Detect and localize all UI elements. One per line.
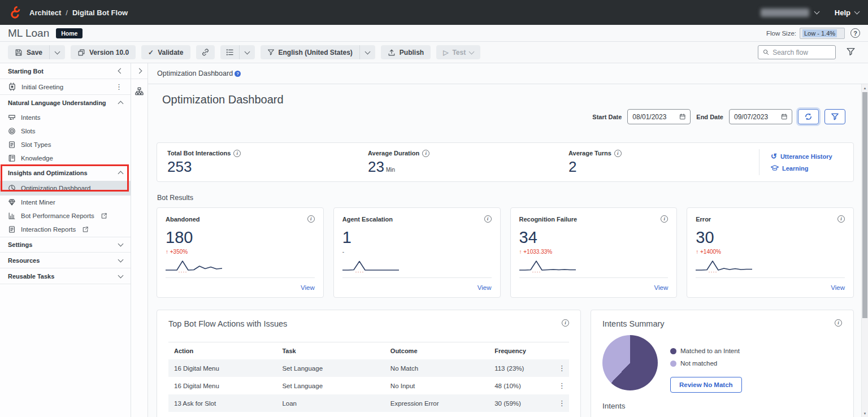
sidebar-section-reusable-tasks[interactable]: Reusable Tasks [0,268,131,284]
tab-help-icon[interactable]: ? [235,71,241,77]
info-icon[interactable]: i [614,150,622,157]
scroll-up-arrow-icon[interactable]: ▲ [862,84,868,92]
report-doc-icon [8,225,16,233]
search-flow-input[interactable] [772,49,831,57]
info-icon[interactable]: i [661,215,668,223]
flow-structure-button[interactable] [131,87,147,95]
validate-button[interactable]: ✓ Validate [141,45,190,59]
table-row[interactable]: 13 Ask for SlotLoan Expression Error30 (… [168,394,569,412]
collapse-up-icon[interactable] [118,171,124,177]
home-badge[interactable]: Home [56,28,83,38]
row-kebab-icon[interactable]: ⋮ [549,394,569,412]
scrollbar-thumb[interactable] [862,92,867,318]
sidebar-item-initial-greeting[interactable]: Initial Greeting ⋮ [0,79,131,95]
collapse-up-icon[interactable] [118,101,124,107]
user-name-redacted[interactable] [761,8,809,17]
table-row[interactable]: 16 Digital MenuSet Language No Match113 … [168,359,569,377]
filter-funnel-icon [831,112,839,121]
sidebar-item-optimization-dashboard[interactable]: Optimization Dashboard [0,181,131,196]
sidebar-section-settings[interactable]: Settings [0,237,131,253]
slots-icon [8,127,16,135]
sidebar-section-starting-bot[interactable]: Starting Bot [0,63,131,79]
help-menu-chevron-icon[interactable] [854,9,860,15]
info-icon[interactable]: i [562,319,569,327]
sidebar-item-bot-performance-reports[interactable]: Bot Performance Reports [0,209,131,223]
sidebar-item-knowledge[interactable]: Knowledge [0,151,131,165]
test-button[interactable]: ▷ Test [436,45,480,59]
dashboard-filter-button[interactable] [824,109,845,124]
vertical-scrollbar[interactable]: ▲ ▼ [861,84,868,417]
start-date-input[interactable] [632,113,679,121]
sidebar-item-intent-miner[interactable]: Intent Miner [0,196,131,209]
ordered-list-button[interactable] [220,45,239,59]
view-link[interactable]: View [301,284,315,291]
language-dropdown-button[interactable] [359,45,375,59]
end-date-field[interactable] [729,109,792,124]
info-icon[interactable]: i [233,150,241,157]
col-header-frequency[interactable]: Frequency [489,342,549,360]
table-row[interactable]: 16 Digital MenuSet Language No Input48 (… [168,377,569,394]
sidebar-section-nlu[interactable]: Natural Language Understanding [0,95,131,111]
row-kebab-icon[interactable]: ⋮ [549,377,569,394]
flow-size-label: Flow Size: [766,30,796,37]
breadcrumb-app[interactable]: Architect [29,8,61,17]
filter-funnel-icon [846,47,856,57]
sidebar-section-resources[interactable]: Resources [0,253,131,268]
tab-optimization-dashboard[interactable]: Optimization Dashboard [157,70,233,77]
intents-summary-title: Intents Summary [602,319,665,328]
col-header-action[interactable]: Action [168,342,276,360]
sidebar-item-interaction-reports[interactable]: Interaction Reports [0,223,131,236]
info-icon[interactable]: i [835,319,842,327]
view-link[interactable]: View [831,284,845,291]
copy-link-button[interactable] [196,45,215,59]
utterance-history-link[interactable]: ↺ Utterance History [771,153,853,160]
sidebar-item-slot-types[interactable]: Slot Types [0,138,131,151]
calendar-icon[interactable] [679,113,685,120]
refresh-sync-icon [804,112,813,121]
calendar-icon[interactable] [781,113,787,120]
flow-toolbar: Save Version 10.0 ✓ Validate English (Un… [0,42,868,63]
search-filter-button[interactable] [841,45,860,60]
start-date-field[interactable] [627,109,691,124]
info-icon[interactable]: i [484,215,492,223]
refresh-button[interactable] [798,109,819,124]
expand-panel-button[interactable] [131,63,147,79]
row-kebab-icon[interactable]: ⋮ [549,359,569,377]
save-button[interactable]: Save [8,45,49,59]
external-link-icon [101,212,107,219]
version-button[interactable]: Version 10.0 [71,45,136,59]
end-date-input[interactable] [734,113,781,121]
language-button[interactable]: English (United States) [261,45,359,59]
help-menu[interactable]: Help [835,8,850,17]
history-icon: ↺ [771,153,777,160]
save-dropdown-button[interactable] [49,45,65,59]
info-icon[interactable]: i [307,215,315,223]
view-link[interactable]: View [478,284,492,291]
view-link[interactable]: View [654,284,669,291]
publish-button[interactable]: Publish [381,45,431,59]
kebab-menu-icon[interactable]: ⋮ [115,83,123,90]
scroll-down-arrow-icon[interactable]: ▼ [862,410,868,417]
info-icon[interactable]: i [422,150,429,157]
row-kebab-icon[interactable]: ⋮ [549,412,569,417]
col-header-outcome[interactable]: Outcome [385,342,489,360]
legend-matched: Matched to an Intent [670,348,740,354]
flow-size-help-icon[interactable]: ? [850,28,860,38]
user-menu-chevron-icon[interactable] [814,9,819,15]
expand-down-icon[interactable] [118,241,124,247]
review-no-match-button[interactable]: Review No Match [670,377,742,393]
learning-link[interactable]: Learning [771,165,853,172]
expand-down-icon[interactable] [118,272,124,278]
info-icon[interactable]: i [837,215,845,223]
genesys-logo-icon[interactable] [9,5,23,20]
search-flow-box [758,45,836,59]
sidebar-item-intents[interactable]: Intents [0,111,131,124]
legend-dot-matched [670,348,676,354]
expand-down-icon[interactable] [118,257,124,262]
table-row-partial[interactable]: ⋮ [168,412,569,417]
sidebar-item-slots[interactable]: Slots [0,124,131,138]
list-dropdown-button[interactable] [239,45,255,59]
collapse-left-icon[interactable] [118,68,124,74]
sidebar-section-insights[interactable]: Insights and Optimizations [0,165,131,181]
col-header-task[interactable]: Task [276,342,384,360]
